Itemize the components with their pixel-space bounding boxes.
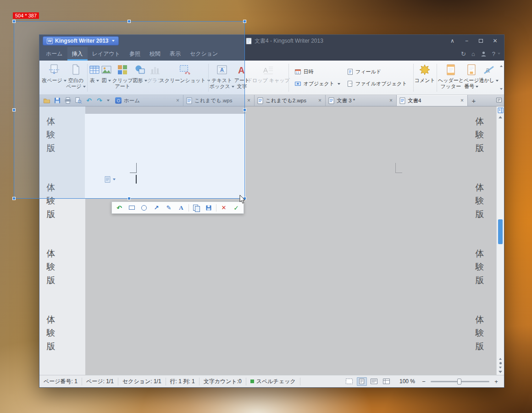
zoom-out-button[interactable]: − — [420, 378, 427, 385]
save-icon — [205, 205, 212, 211]
ribbon-button-object[interactable]: オブジェクト — [294, 79, 340, 89]
zoom-slider[interactable] — [431, 381, 489, 382]
ribbon-button-comment[interactable]: コメント — [415, 62, 435, 94]
selection-handle-n[interactable] — [127, 20, 131, 23]
home-icon[interactable]: ⌂ — [471, 50, 475, 57]
status-line-column: 行: 1 列: 1 — [166, 378, 200, 385]
status-bar: ページ番号: 1 ページ: 1/1 セクション: 1/1 行: 1 列: 1 文… — [39, 375, 504, 387]
annotation-rectangle-button[interactable] — [126, 203, 138, 212]
outline-view-icon — [382, 378, 390, 385]
close-tab-icon[interactable]: × — [388, 97, 393, 104]
trial-watermark: 体験版 — [476, 247, 484, 287]
dropcap-icon: A — [262, 63, 274, 76]
annotation-arrow-button[interactable]: ↗ — [150, 203, 162, 212]
dropdown-arrow-icon — [498, 53, 500, 55]
browse-object-icon[interactable] — [499, 362, 502, 364]
annotation-confirm-button[interactable]: ✓ — [230, 203, 242, 212]
selection-handle-w[interactable] — [12, 108, 16, 112]
capture-selection-rectangle[interactable] — [14, 21, 245, 199]
annotation-brush-button[interactable]: ✎ — [163, 203, 175, 212]
maximize-icon — [479, 39, 483, 43]
close-tab-icon[interactable]: × — [317, 97, 322, 104]
watermark-icon: a — [483, 63, 495, 76]
trial-watermark: 体験版 — [47, 247, 55, 287]
scroll-up-icon[interactable] — [499, 116, 502, 118]
selection-handle-s[interactable] — [127, 197, 131, 200]
annotation-ellipse-button[interactable] — [138, 203, 150, 212]
writer-doc-icon — [399, 97, 405, 104]
doc-tab-document3[interactable]: 文書 3 * × — [326, 95, 397, 106]
maximize-button[interactable] — [474, 35, 488, 47]
scrollbar-thumb[interactable] — [498, 219, 503, 244]
trial-watermark: 体験版 — [476, 313, 484, 353]
annotation-save-button[interactable] — [203, 203, 215, 212]
svg-text:A: A — [263, 66, 268, 74]
file-object-icon — [347, 80, 354, 87]
help-button[interactable]: ? — [492, 50, 500, 57]
status-right-controls: 100 % − + — [344, 377, 500, 386]
status-page-number: ページ番号: 1 — [44, 378, 82, 385]
ribbon-button-datetime[interactable]: 日時 — [294, 67, 340, 77]
view-web-layout-button[interactable] — [369, 377, 379, 386]
tab-list-icon — [496, 97, 502, 103]
ribbon-button-file-object[interactable]: ファイルオブジェクト — [347, 79, 407, 89]
status-section: セクション: 1/1 — [118, 378, 166, 385]
close-button[interactable]: ✕ — [488, 35, 502, 47]
spellcheck-status-icon — [250, 380, 254, 383]
window-title-text: 文書4 - Kingsoft Writer 2013 — [255, 37, 323, 45]
next-page-icon[interactable] — [499, 367, 502, 368]
zoom-in-button[interactable]: + — [493, 378, 500, 385]
dropdown-arrow-icon — [338, 83, 340, 85]
fullscreen-view-icon — [345, 378, 353, 385]
ribbon-scroll[interactable] — [499, 65, 503, 90]
selection-handle-sw[interactable] — [12, 197, 16, 200]
ribbon-button-watermark[interactable]: a 透かし — [479, 62, 499, 94]
view-outline-button[interactable] — [382, 377, 392, 386]
previous-page-icon[interactable] — [499, 358, 502, 360]
margin-corner-mark-right — [395, 163, 402, 173]
annotation-text-button[interactable]: A — [175, 203, 187, 212]
ribbon-button-page-number[interactable]: ページ番号 — [464, 62, 479, 94]
panel-icon — [498, 107, 504, 113]
selection-handle-e[interactable] — [243, 108, 246, 112]
doc-tab-document4[interactable]: 文書4 × — [397, 95, 468, 106]
vertical-scrollbar[interactable] — [496, 106, 504, 375]
web-layout-view-icon — [370, 378, 378, 385]
object-icon — [294, 80, 301, 87]
view-page-layout-button[interactable] — [357, 377, 367, 386]
selection-handle-ne[interactable] — [243, 20, 246, 23]
selection-handle-nw[interactable] — [12, 20, 16, 23]
capture-annotation-toolbar: ↶ ↗ ✎ A ✕ ✓ — [111, 201, 244, 214]
ribbon-button-dropcap: A ドロップ キャップ — [249, 62, 287, 94]
writer-doc-icon — [257, 97, 263, 104]
dropdown-arrow-icon — [476, 86, 478, 88]
tab-list-button[interactable] — [496, 97, 502, 103]
trial-watermark: 体験版 — [476, 181, 484, 221]
zoom-value: 100 % — [399, 378, 415, 385]
rectangle-icon — [129, 206, 135, 210]
refresh-icon[interactable]: ↻ — [461, 50, 466, 57]
ribbon-button-field[interactable]: フィールド — [347, 67, 407, 77]
mouse-cursor — [239, 195, 247, 204]
doc-tab-koremademo2[interactable]: これまでも2.wps × — [255, 95, 326, 106]
trial-watermark-column-right: 体験版 体験版 体験版 体験版 — [474, 106, 485, 353]
scroll-down-icon[interactable] — [499, 371, 502, 373]
page-number-icon — [466, 63, 477, 76]
new-tab-button[interactable]: + — [468, 95, 480, 106]
annotation-copy-button[interactable] — [190, 203, 202, 212]
account-icon[interactable] — [481, 51, 487, 57]
status-spellcheck[interactable]: スペルチェック — [246, 378, 300, 385]
dropdown-arrow-icon — [496, 80, 499, 82]
view-fullscreen-button[interactable] — [344, 377, 355, 386]
status-char-count: 文字カウント:0 — [200, 378, 246, 385]
close-tab-icon[interactable]: × — [246, 97, 251, 104]
annotation-undo-button[interactable]: ↶ — [113, 203, 125, 212]
minimize-button[interactable]: − — [460, 35, 474, 47]
collapse-ribbon-button[interactable]: ∧ — [445, 35, 460, 47]
trial-watermark: 体験版 — [476, 115, 484, 155]
annotation-cancel-button[interactable]: ✕ — [218, 203, 230, 212]
zoom-slider-thumb[interactable] — [457, 379, 461, 385]
close-tab-icon[interactable]: × — [460, 97, 465, 104]
ribbon-button-header-footer[interactable]: ヘッダーとフッター — [438, 62, 464, 94]
side-panel-toggle-button[interactable] — [498, 107, 504, 113]
